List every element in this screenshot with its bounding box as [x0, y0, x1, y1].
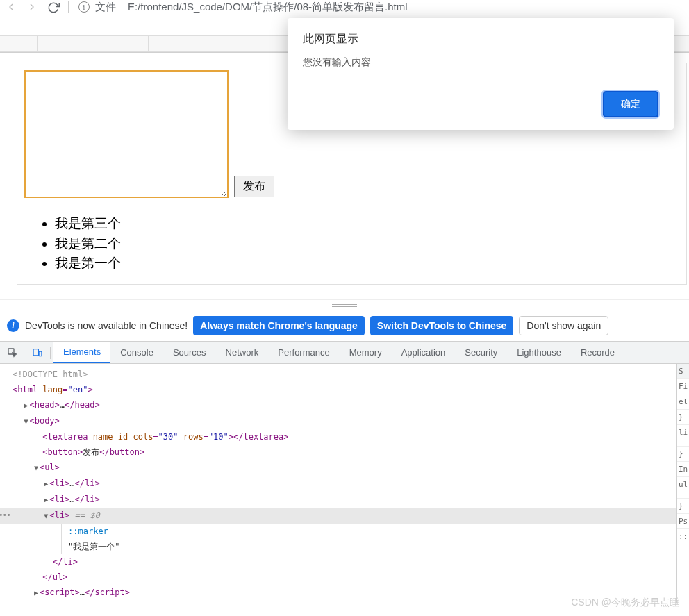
pseudo-marker[interactable]: ::marker: [68, 526, 108, 536]
tab-application[interactable]: Application: [392, 342, 456, 363]
tab-performance[interactable]: Performance: [268, 342, 339, 363]
expand-icon[interactable]: ▶: [42, 492, 49, 508]
reload-icon[interactable]: [47, 1, 58, 13]
ruler-cell: [38, 35, 149, 52]
tab-sources[interactable]: Sources: [163, 342, 216, 363]
ruler-cell: [0, 35, 38, 52]
collapse-icon[interactable]: ▼: [33, 460, 40, 476]
message-textarea[interactable]: [24, 70, 229, 198]
separator: [50, 347, 51, 359]
tab-security[interactable]: Security: [455, 342, 507, 363]
switch-chinese-button[interactable]: Switch DevTools to Chinese: [370, 316, 513, 335]
elements-panel: <!DOCTYPE html> <html lang="en"> ▶<head>…: [0, 364, 689, 603]
notice-text: DevTools is now available in Chinese!: [25, 320, 188, 331]
alert-actions: 确定: [303, 91, 658, 117]
svg-rect-2: [39, 351, 42, 356]
dont-show-button[interactable]: Don't show again: [519, 316, 608, 335]
match-language-button[interactable]: Always match Chrome's language: [193, 316, 365, 335]
drag-handle-icon: [332, 304, 357, 307]
devtools-tabs: Elements Console Sources Network Perform…: [0, 342, 689, 364]
url-text: E:/frontend/JS_code/DOM/节点操作/08-简单版发布留言.…: [128, 1, 408, 14]
tab-console[interactable]: Console: [110, 342, 163, 363]
alert-dialog: 此网页显示 您没有输入内容 确定: [288, 18, 674, 130]
alert-title: 此网页显示: [303, 32, 658, 47]
collapse-icon[interactable]: ▼: [42, 508, 49, 524]
collapse-icon[interactable]: ▼: [22, 414, 29, 429]
selected-node[interactable]: ▼<li> == $0: [0, 508, 676, 524]
list-item: 我是第三个: [55, 215, 679, 233]
divider: [122, 1, 122, 13]
address-bar[interactable]: i 文件 E:/frontend/JS_code/DOM/节点操作/08-简单版…: [78, 1, 408, 14]
tab-elements[interactable]: Elements: [53, 342, 110, 363]
devtools-resizer[interactable]: [0, 299, 689, 310]
file-label: 文件: [95, 1, 116, 14]
dom-tree[interactable]: <!DOCTYPE html> <html lang="en"> ▶<head>…: [0, 364, 676, 603]
info-icon: i: [7, 319, 19, 332]
forward-icon[interactable]: [26, 1, 38, 13]
ok-button[interactable]: 确定: [603, 91, 658, 117]
tab-lighthouse[interactable]: Lighthouse: [507, 342, 571, 363]
styles-tab[interactable]: S: [677, 364, 689, 379]
back-icon[interactable]: [6, 1, 17, 13]
devtools-language-notice: i DevTools is now available in Chinese! …: [0, 310, 689, 342]
inspect-icon[interactable]: [0, 342, 25, 363]
publish-button[interactable]: 发布: [234, 176, 274, 197]
tab-memory[interactable]: Memory: [340, 342, 392, 363]
styles-sidebar[interactable]: S Fi el } li } In ul } Ps ::: [676, 364, 689, 603]
text-node[interactable]: "我是第一个": [68, 542, 119, 551]
browser-toolbar: i 文件 E:/frontend/JS_code/DOM/节点操作/08-简单版…: [0, 0, 689, 14]
svg-rect-1: [33, 349, 38, 355]
expand-icon[interactable]: ▶: [42, 476, 49, 492]
list-item: 我是第二个: [55, 235, 679, 253]
list-item: 我是第一个: [55, 254, 679, 273]
info-icon[interactable]: i: [78, 1, 90, 13]
expand-icon[interactable]: ▶: [33, 585, 40, 601]
doctype-node[interactable]: <!DOCTYPE html>: [13, 369, 88, 379]
tab-recorder[interactable]: Recorde: [571, 342, 624, 363]
tab-network[interactable]: Network: [216, 342, 269, 363]
alert-message: 您没有输入内容: [303, 56, 658, 69]
message-list: 我是第三个 我是第二个 我是第一个: [55, 215, 679, 273]
expand-icon[interactable]: ▶: [22, 398, 29, 413]
divider: [68, 1, 69, 13]
device-icon[interactable]: [25, 342, 50, 363]
